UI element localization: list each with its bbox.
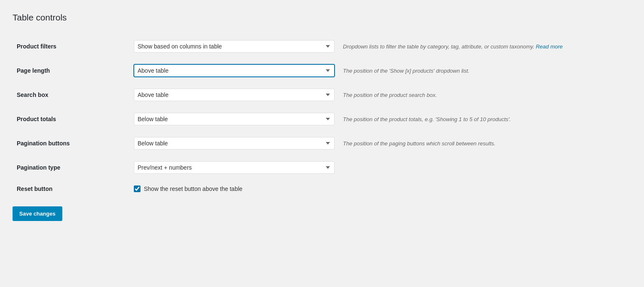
description-page-length: The position of the 'Show [x] products' … [339, 58, 631, 83]
settings-row-page-length: Page lengthAbove tableBelow tableBothHid… [13, 58, 631, 83]
save-changes-button[interactable]: Save changes [13, 206, 62, 221]
control-product-totals[interactable]: Above tableBelow tableBothHide [130, 107, 339, 131]
settings-row-search-box: Search boxAbove tableBelow tableBothHide… [13, 83, 631, 107]
control-product-filters[interactable]: Show based on columns in tableShow allHi… [130, 34, 339, 58]
select-page-length[interactable]: Above tableBelow tableBothHide [134, 64, 335, 77]
checkbox-label-reset-button: Show the reset button above the table [144, 185, 243, 192]
settings-row-product-totals: Product totalsAbove tableBelow tableBoth… [13, 107, 631, 131]
read-more-link-product-filters[interactable]: Read more [536, 43, 562, 50]
label-pagination-type: Pagination type [13, 155, 130, 180]
settings-row-reset-button: Reset buttonShow the reset button above … [13, 180, 631, 198]
checkbox-wrapper-reset-button: Show the reset button above the table [134, 185, 335, 192]
control-page-length[interactable]: Above tableBelow tableBothHide [130, 58, 339, 83]
control-pagination-type[interactable]: Prev/next + numbersPrev/nextNumbers only [130, 155, 339, 180]
page-title: Table controls [13, 13, 631, 23]
select-pagination-buttons[interactable]: Above tableBelow tableBothHide [134, 137, 335, 150]
settings-row-pagination-type: Pagination typePrev/next + numbersPrev/n… [13, 155, 631, 180]
description-search-box: The position of the product search box. [339, 83, 631, 107]
control-reset-button[interactable]: Show the reset button above the table [130, 180, 339, 198]
label-product-filters: Product filters [13, 34, 130, 58]
select-product-totals[interactable]: Above tableBelow tableBothHide [134, 113, 335, 125]
checkbox-reset-button[interactable] [134, 185, 141, 192]
select-search-box[interactable]: Above tableBelow tableBothHide [134, 89, 335, 101]
description-pagination-buttons: The position of the paging buttons which… [339, 131, 631, 155]
label-product-totals: Product totals [13, 107, 130, 131]
description-product-filters: Dropdown lists to filter the table by ca… [339, 34, 631, 58]
description-product-totals: The position of the product totals, e.g.… [339, 107, 631, 131]
control-search-box[interactable]: Above tableBelow tableBothHide [130, 83, 339, 107]
label-page-length: Page length [13, 58, 130, 83]
label-search-box: Search box [13, 83, 130, 107]
settings-table: Product filtersShow based on columns in … [13, 34, 631, 198]
label-reset-button: Reset button [13, 180, 130, 198]
settings-row-pagination-buttons: Pagination buttonsAbove tableBelow table… [13, 131, 631, 155]
select-pagination-type[interactable]: Prev/next + numbersPrev/nextNumbers only [134, 161, 335, 174]
description-reset-button [339, 180, 631, 198]
control-pagination-buttons[interactable]: Above tableBelow tableBothHide [130, 131, 339, 155]
label-pagination-buttons: Pagination buttons [13, 131, 130, 155]
settings-row-product-filters: Product filtersShow based on columns in … [13, 34, 631, 58]
select-product-filters[interactable]: Show based on columns in tableShow allHi… [134, 40, 335, 53]
description-pagination-type [339, 155, 631, 180]
